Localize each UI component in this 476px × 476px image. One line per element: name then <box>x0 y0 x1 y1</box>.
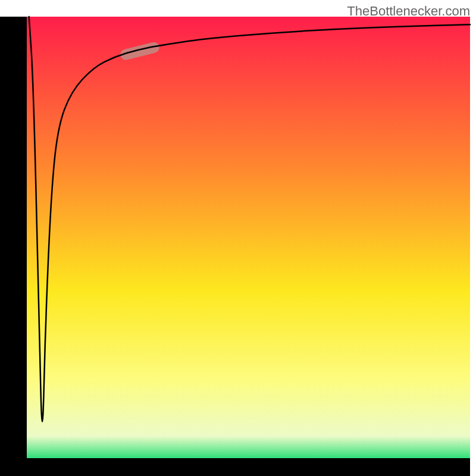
svg-rect-2 <box>0 17 27 476</box>
svg-rect-1 <box>27 17 470 458</box>
watermark-text: TheBottlenecker.com <box>347 4 470 19</box>
chart-container: TheBottlenecker.com <box>0 0 476 476</box>
chart-plot <box>0 0 476 476</box>
svg-rect-3 <box>0 458 476 476</box>
svg-rect-5 <box>470 0 476 476</box>
